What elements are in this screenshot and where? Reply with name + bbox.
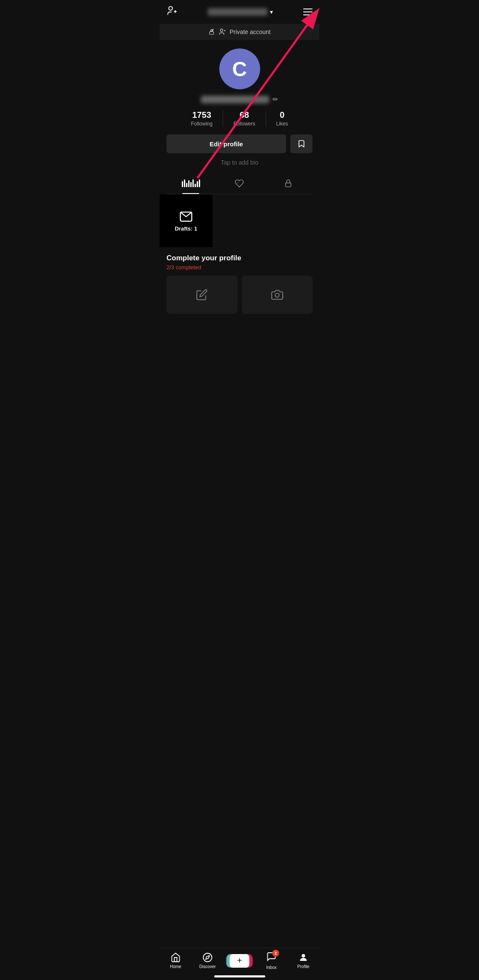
chevron-down-icon: ▾ (270, 9, 273, 15)
grid-empty-2 (267, 194, 319, 247)
bio-placeholder[interactable]: Tap to add bio (221, 159, 258, 166)
username-row: ✏ (201, 95, 278, 103)
profile-username (201, 96, 269, 103)
svg-point-0 (169, 6, 172, 10)
top-nav: ▾ (160, 0, 319, 24)
svg-rect-9 (285, 183, 291, 187)
likes-stat[interactable]: 0 Likes (266, 110, 298, 127)
bookmark-icon (297, 140, 306, 148)
tab-videos[interactable] (166, 173, 215, 194)
svg-point-8 (221, 29, 223, 31)
action-buttons: Edit profile (166, 134, 313, 153)
avatar[interactable]: C (219, 48, 260, 89)
edit-username-icon[interactable]: ✏ (272, 95, 278, 103)
grid-icon (182, 179, 200, 187)
private-person-icon (218, 28, 226, 36)
tabs-row (166, 173, 313, 194)
username-area[interactable]: ▾ (208, 8, 273, 16)
svg-point-5 (212, 29, 214, 30)
profile-edit-card-icon (196, 289, 208, 301)
following-label: Following (191, 121, 212, 127)
draft-item[interactable]: Drafts: 1 (160, 194, 212, 247)
edit-profile-button[interactable]: Edit profile (166, 134, 286, 153)
complete-card-2[interactable] (242, 276, 313, 314)
draft-label: Drafts: 1 (175, 225, 197, 232)
private-banner-text: Private account (229, 28, 271, 35)
followers-count: 68 (240, 110, 249, 120)
add-user-button[interactable] (166, 5, 178, 19)
followers-label: Followers (233, 121, 255, 127)
tab-private[interactable] (264, 173, 313, 194)
complete-profile-subtitle: 2/3 completed (166, 264, 313, 271)
bookmark-button[interactable] (290, 134, 313, 153)
followers-stat[interactable]: 68 Followers (223, 110, 266, 127)
camera-card-icon (271, 289, 283, 301)
complete-card-1[interactable] (166, 276, 238, 314)
content-grid: Drafts: 1 (160, 194, 319, 247)
draft-icon (179, 209, 193, 223)
stats-row: 1753 Following 68 Followers 0 Likes (166, 110, 313, 127)
heart-icon (235, 179, 244, 188)
svg-point-11 (275, 293, 279, 297)
following-stat[interactable]: 1753 Following (181, 110, 223, 127)
complete-profile-title: Complete your profile (166, 254, 313, 262)
menu-button[interactable] (303, 9, 313, 15)
profile-section: C ✏ 1753 Following 68 Followers 0 Likes … (160, 40, 319, 194)
complete-profile-section: Complete your profile 2/3 completed (160, 247, 319, 321)
following-count: 1753 (192, 110, 212, 120)
grid-empty-1 (213, 194, 266, 247)
lock-tab-icon (284, 179, 293, 188)
likes-label: Likes (276, 121, 288, 127)
lock-icon (208, 28, 215, 35)
private-account-banner: Private account (160, 24, 319, 40)
likes-count: 0 (280, 110, 284, 120)
username-display (208, 8, 267, 16)
tab-liked[interactable] (215, 173, 264, 194)
complete-cards-row (166, 276, 313, 314)
svg-rect-3 (210, 31, 214, 34)
